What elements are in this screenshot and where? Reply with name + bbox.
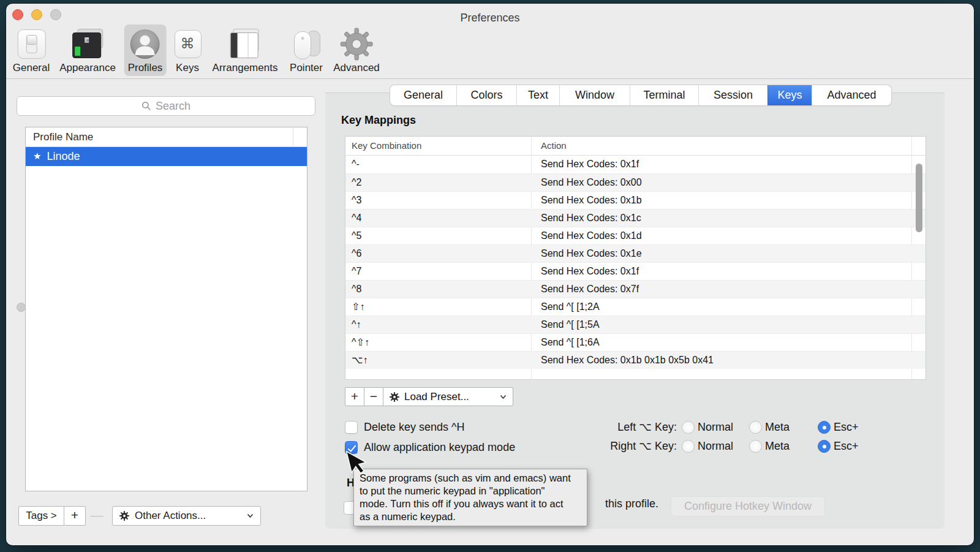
command-symbol: ⌘ [171, 36, 204, 52]
tab-advanced[interactable]: Advanced [812, 85, 891, 105]
right-option-key-label: Right ⌥ Key: [573, 440, 677, 453]
action-cell: Send Hex Codes: 0x1b [541, 192, 642, 209]
table-header[interactable]: Key Combination Action [345, 137, 925, 156]
left-option-normal-radio[interactable] [682, 421, 695, 434]
right-option-meta-radio[interactable] [749, 440, 762, 453]
other-actions-dropdown[interactable]: Other Actions... [112, 506, 261, 526]
key-combination-cell: ^8 [352, 281, 361, 298]
right-option-normal-radio[interactable] [682, 440, 695, 453]
column-key-combination: Key Combination [352, 137, 421, 155]
load-preset-dropdown[interactable]: Load Preset... [383, 387, 513, 406]
table-row[interactable]: ^2 Send Hex Codes: 0x00 [345, 173, 925, 191]
tab-session[interactable]: Session [698, 85, 767, 105]
key-combination-cell: ⌥↑ [352, 352, 368, 369]
action-cell: Send Hex Codes: 0x1b 0x1b 0x5b 0x41 [541, 352, 714, 369]
table-body: ^- Send Hex Codes: 0x1f ^2 Send Hex Code… [345, 156, 925, 369]
table-row[interactable]: ^⇧↑ Send ^[ [1;6A [345, 333, 925, 351]
toolbar-item-advanced[interactable]: Advanced [330, 25, 383, 76]
key-combination-cell: ^2 [352, 174, 361, 191]
general-icon [15, 27, 48, 61]
table-row[interactable]: ^8 Send Hex Codes: 0x7f [345, 280, 925, 298]
add-mapping-button[interactable]: + [345, 387, 364, 406]
tab-window[interactable]: Window [559, 85, 630, 105]
right-option-esc-radio[interactable] [818, 440, 831, 453]
key-combination-cell: ^3 [352, 192, 361, 209]
toolbar-item-arrangements[interactable]: Arrangements [209, 25, 282, 76]
action-cell: Send Hex Codes: 0x1f [541, 263, 639, 280]
table-row[interactable]: ^6 Send Hex Codes: 0x1e [345, 244, 925, 262]
action-cell: Send Hex Codes: 0x1f [541, 156, 639, 173]
chevron-down-icon [500, 395, 507, 399]
delete-key-checkbox[interactable] [345, 421, 358, 434]
table-row[interactable]: ⌥↑ Send Hex Codes: 0x1b 0x1b 0x5b 0x41 [345, 351, 925, 369]
table-row[interactable]: ^- Send Hex Codes: 0x1f [345, 156, 925, 173]
key-combination-cell: ^7 [352, 263, 361, 280]
window-title: Preferences [6, 12, 974, 25]
action-cell: Send Hex Codes: 0x1e [541, 245, 642, 262]
toolbar-item-appearance[interactable]: × Appearance [56, 25, 119, 76]
chevron-down-icon [247, 513, 254, 518]
advanced-icon [340, 27, 373, 61]
tab-general[interactable]: General [390, 85, 456, 105]
tags-button[interactable]: Tags > [18, 506, 64, 526]
add-profile-button[interactable]: + [64, 506, 86, 526]
action-cell: Send ^[ [1;2A [541, 298, 600, 316]
hotkey-profile-text: this profile. [605, 497, 658, 510]
profiles-icon [129, 27, 162, 61]
action-cell: Send Hex Codes: 0x00 [541, 174, 642, 191]
delete-key-label: Delete key sends ^H [364, 421, 465, 434]
configure-hotkey-window-button: Configure Hotkey Window [671, 496, 825, 516]
key-combination-cell: ^↑ [352, 316, 361, 333]
star-icon: ★ [33, 151, 41, 162]
profile-name: Linode [47, 150, 80, 163]
tab-terminal[interactable]: Terminal [630, 85, 698, 105]
key-combination-cell: ^4 [352, 210, 361, 227]
splitter-handle[interactable] [17, 303, 26, 312]
key-combination-cell: ^⇧↑ [352, 334, 369, 351]
action-cell: Send ^[ [1;5A [541, 316, 600, 333]
key-combination-cell: ^5 [352, 227, 361, 244]
table-row[interactable]: ^7 Send Hex Codes: 0x1f [345, 262, 925, 280]
keys-icon: ⌘ [171, 27, 204, 61]
key-mappings-heading: Key Mappings [341, 114, 416, 127]
toolbar-item-general[interactable]: General [9, 25, 53, 76]
toolbar-item-pointer[interactable]: Pointer [286, 25, 326, 76]
search-placeholder: Search [156, 100, 190, 113]
table-row[interactable]: ^5 Send Hex Codes: 0x1d [345, 227, 925, 244]
gear-icon [390, 392, 399, 402]
tab-colors[interactable]: Colors [456, 85, 516, 105]
profile-list: Profile Name ★ Linode [25, 127, 307, 491]
table-row[interactable]: ⇧↑ Send ^[ [1;2A [345, 298, 925, 316]
left-option-key-label: Left ⌥ Key: [573, 421, 677, 434]
key-combination-cell: ^6 [352, 245, 361, 262]
profile-list-header[interactable]: Profile Name [26, 127, 307, 147]
titlebar[interactable]: Preferences [6, 4, 974, 25]
tab-keys[interactable]: Keys [767, 85, 812, 105]
keypad-mode-tooltip: Some programs (such as vim and emacs) wa… [353, 469, 587, 526]
scrollbar-thumb[interactable] [916, 164, 922, 232]
appearance-icon: × [71, 27, 104, 61]
preferences-window: Preferences General × Appearance [6, 4, 974, 545]
keypad-mode-label: Allow application keypad mode [364, 441, 515, 454]
table-row[interactable]: ^↑ Send ^[ [1;5A [345, 316, 925, 333]
left-option-esc-radio[interactable] [818, 421, 831, 434]
remove-mapping-button[interactable]: − [364, 387, 383, 406]
search-icon [141, 101, 151, 111]
action-cell: Send Hex Codes: 0x1c [541, 210, 641, 227]
arrangements-icon [228, 27, 262, 61]
search-input[interactable]: Search [17, 96, 315, 116]
key-combination-cell: ⇧↑ [352, 298, 364, 316]
table-row[interactable]: ^4 Send Hex Codes: 0x1c [345, 209, 925, 227]
tab-text[interactable]: Text [516, 85, 559, 105]
action-cell: Send ^[ [1;6A [541, 334, 600, 351]
table-row[interactable]: ^3 Send Hex Codes: 0x1b [345, 191, 925, 209]
gear-icon [119, 511, 129, 521]
key-mapping-controls: + − Load Preset... [345, 387, 513, 406]
profile-tabs: General Colors Text Window Terminal Sess… [390, 85, 891, 105]
toolbar: General × Appearance Profiles ⌘ [6, 23, 974, 79]
toolbar-item-profiles[interactable]: Profiles [124, 25, 167, 76]
left-option-meta-radio[interactable] [749, 421, 762, 434]
toolbar-item-keys[interactable]: ⌘ Keys [167, 25, 208, 76]
profile-row-linode[interactable]: ★ Linode [26, 147, 307, 166]
action-cell: Send Hex Codes: 0x1d [541, 227, 642, 244]
